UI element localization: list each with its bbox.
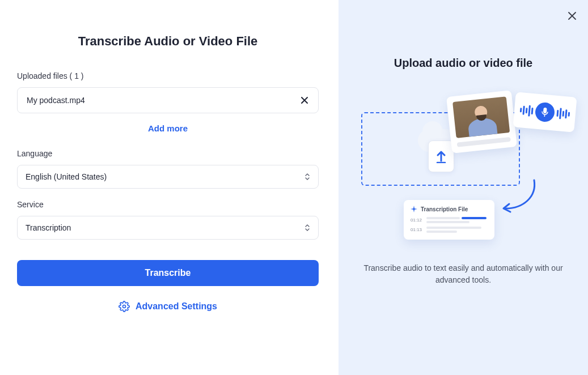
right-panel: Upload audio or video file: [339, 0, 588, 375]
uploaded-files-label: Uploaded files ( 1 ): [17, 71, 319, 80]
upload-arrow-icon: [435, 150, 447, 163]
arrow-curve-icon: [500, 177, 540, 217]
close-button[interactable]: [568, 11, 577, 23]
file-name: My podcast.mp4: [27, 96, 85, 105]
transcript-card-title: Transcription File: [421, 206, 468, 212]
video-thumbnail: [452, 96, 510, 138]
timestamp: 01:13: [411, 227, 423, 232]
svg-point-0: [122, 305, 125, 308]
svg-rect-2: [543, 108, 547, 113]
waveform-icon: [556, 108, 570, 120]
upload-subtext: Transcribe audio to text easily and auto…: [356, 262, 571, 286]
transcribe-button[interactable]: Transcribe: [17, 260, 319, 286]
sparkle-icon: [411, 206, 417, 212]
file-row: My podcast.mp4: [17, 87, 319, 113]
advanced-settings-label: Advanced Settings: [136, 301, 217, 312]
waveform-icon: [519, 104, 534, 117]
video-card-graphic: [446, 90, 517, 153]
illustration: Transcription File 01:12 01:13: [356, 92, 571, 262]
language-label: Language: [17, 149, 319, 158]
advanced-settings-button[interactable]: Advanced Settings: [17, 301, 319, 312]
select-arrows-icon: [304, 173, 310, 181]
audio-card-graphic: [513, 92, 577, 132]
upload-card-graphic: [428, 140, 454, 172]
select-arrows-icon: [304, 224, 310, 232]
service-value: Transcription: [26, 223, 71, 232]
page-title: Transcribe Audio or Video File: [17, 34, 319, 49]
service-select[interactable]: Transcription: [17, 216, 319, 240]
upload-title: Upload audio or video file: [394, 57, 532, 70]
close-icon: [300, 96, 309, 105]
add-more-button[interactable]: Add more: [17, 123, 319, 133]
gear-icon: [119, 301, 130, 312]
transcript-card-graphic: Transcription File 01:12 01:13: [404, 200, 494, 240]
language-value: English (United States): [26, 172, 107, 181]
microphone-icon: [535, 102, 556, 123]
left-panel: Transcribe Audio or Video File Uploaded …: [0, 0, 339, 375]
close-icon: [568, 11, 577, 20]
timestamp: 01:12: [411, 218, 423, 223]
remove-file-button[interactable]: [300, 96, 309, 105]
language-select[interactable]: English (United States): [17, 165, 319, 189]
service-label: Service: [17, 200, 319, 209]
